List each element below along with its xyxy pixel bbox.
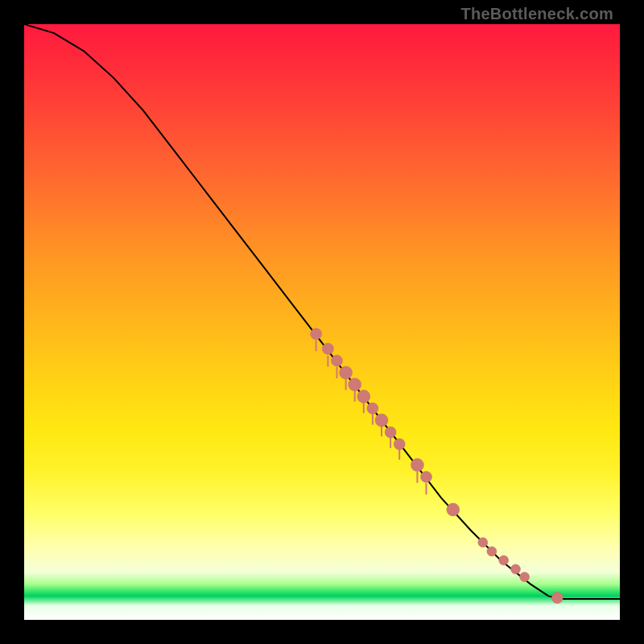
- plot-area: [24, 24, 620, 620]
- data-point: [375, 414, 388, 427]
- data-point: [487, 547, 497, 556]
- chart-stage: TheBottleneck.com: [0, 0, 644, 644]
- data-points: [311, 328, 564, 604]
- data-point: [311, 328, 322, 340]
- data-point: [421, 471, 432, 482]
- data-point: [349, 378, 361, 391]
- data-point: [385, 427, 396, 438]
- data-point: [411, 459, 423, 472]
- data-point: [511, 564, 521, 574]
- data-point: [499, 555, 509, 565]
- data-point: [332, 355, 343, 366]
- tick: [398, 448, 400, 460]
- data-point: [447, 503, 460, 516]
- tick: [426, 483, 427, 494]
- tick: [336, 367, 338, 378]
- data-point: [357, 390, 370, 403]
- chart-svg: [24, 24, 620, 620]
- tick: [354, 390, 356, 402]
- tick: [416, 472, 418, 483]
- data-point: [478, 538, 488, 547]
- data-point: [394, 439, 405, 450]
- data-point: [551, 592, 563, 604]
- tick: [390, 437, 391, 448]
- bottleneck-curve: [24, 24, 620, 599]
- data-point: [367, 402, 378, 414]
- tick: [372, 414, 374, 425]
- data-point: [340, 366, 353, 379]
- tick: [327, 356, 328, 367]
- tick: [363, 402, 365, 413]
- data-point: [322, 343, 333, 354]
- tick: [345, 378, 347, 390]
- watermark-label: TheBottleneck.com: [460, 5, 613, 23]
- tick: [316, 340, 317, 351]
- data-point: [520, 572, 530, 582]
